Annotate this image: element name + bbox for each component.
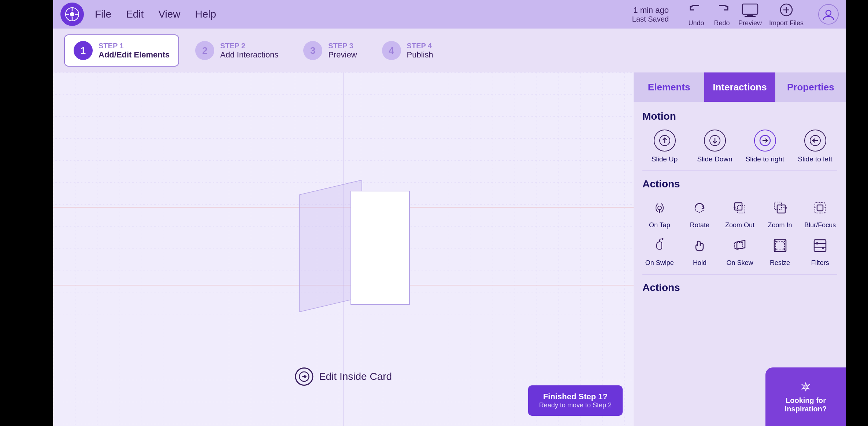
left-sidebar [0, 0, 53, 426]
step-1[interactable]: 1 STEP 1 Add/Edit Elements [64, 34, 179, 67]
finished-line1: Finished Step 1? [539, 392, 612, 401]
import-button[interactable]: Import Files [769, 2, 804, 27]
nav-help[interactable]: Help [195, 8, 216, 20]
step-2-text: STEP 2 Add Interactions [220, 42, 278, 60]
right-sidebar [846, 0, 868, 426]
zoom-in-icon [769, 197, 791, 218]
tap-icon [649, 197, 670, 218]
svg-rect-28 [735, 203, 742, 210]
finished-step-button[interactable]: Finished Step 1? Ready to move to Step 2 [528, 385, 623, 416]
edit-inside-card-button[interactable]: Edit Inside Card [295, 367, 392, 386]
step-4[interactable]: 4 STEP 4 Publish [373, 35, 442, 66]
save-time: 1 min ago [632, 5, 669, 15]
svg-point-51 [816, 242, 818, 244]
zoom-out-label: Zoom Out [725, 221, 754, 229]
step-4-name: Publish [407, 50, 433, 60]
action-on-tap[interactable]: On Tap [642, 197, 677, 229]
swipe-icon [649, 235, 670, 256]
canvas[interactable]: Edit Inside Card Finished Step 1? Ready … [53, 72, 634, 426]
skew-icon [729, 235, 750, 256]
panel-tabs: Elements Interactions Properties [634, 72, 846, 102]
hold-label: Hold [693, 259, 706, 267]
logo[interactable] [60, 3, 84, 26]
action-on-swipe[interactable]: On Swipe [642, 235, 677, 267]
inspiration-text: Looking for Inspiration? [765, 396, 846, 413]
zoom-in-label: Zoom In [768, 221, 792, 229]
step-1-name: Add/Edit Elements [99, 50, 170, 60]
user-avatar[interactable] [818, 4, 839, 25]
tab-properties[interactable]: Properties [775, 72, 846, 102]
motion-slide-up[interactable]: Slide Up [642, 130, 687, 163]
step-3-text: STEP 3 Preview [328, 42, 357, 60]
redo-label: Redo [714, 19, 730, 27]
toolbar-icons: Undo Redo [687, 2, 804, 27]
slide-left-label: Slide to left [798, 155, 832, 163]
step-4-circle: 4 [382, 41, 401, 60]
edit-inside-card-label: Edit Inside Card [319, 371, 392, 382]
slide-up-icon [654, 130, 676, 152]
slide-left-icon [804, 130, 826, 152]
blur-icon [809, 197, 831, 218]
action-on-skew[interactable]: On Skew [723, 235, 757, 267]
nav-file[interactable]: File [95, 8, 111, 20]
preview-button[interactable]: Preview [738, 2, 762, 27]
undo-icon [687, 2, 705, 18]
nav-view[interactable]: View [158, 8, 180, 20]
action-zoom-out[interactable]: Zoom Out [723, 197, 757, 229]
right-panel: Elements Interactions Properties Motion [634, 72, 846, 426]
bottom-actions: Actions [642, 282, 837, 294]
divider-1 [642, 171, 837, 171]
skew-label: On Skew [726, 259, 753, 267]
inspiration-widget[interactable]: Looking for Inspiration? [765, 367, 846, 426]
svg-rect-32 [774, 202, 782, 209]
slide-down-icon [704, 130, 726, 152]
motion-section-title: Motion [642, 111, 837, 122]
actions-grid: On Tap Rotate [642, 197, 837, 267]
step-3[interactable]: 3 STEP 3 Preview [294, 35, 366, 66]
motion-grid: Slide Up Slide Down [642, 130, 837, 163]
action-rotate[interactable]: Rotate [683, 197, 717, 229]
step-2[interactable]: 2 STEP 2 Add Interactions [186, 35, 287, 66]
svg-marker-41 [737, 240, 745, 249]
tab-elements[interactable]: Elements [634, 72, 704, 102]
svg-rect-34 [815, 203, 825, 213]
svg-rect-29 [738, 206, 745, 213]
step-1-circle: 1 [74, 41, 93, 60]
slide-down-label: Slide Down [697, 155, 732, 163]
import-label: Import Files [769, 19, 804, 27]
step-1-text: STEP 1 Add/Edit Elements [99, 42, 170, 60]
svg-point-52 [822, 247, 824, 249]
actions-section-title: Actions [642, 178, 837, 190]
step-4-text: STEP 4 Publish [407, 42, 433, 60]
step-3-name: Preview [328, 50, 357, 60]
action-zoom-in[interactable]: Zoom In [763, 197, 797, 229]
filters-icon [809, 235, 831, 256]
card-container[interactable] [289, 173, 398, 312]
action-resize[interactable]: Resize [763, 235, 797, 267]
content-area: Edit Inside Card Finished Step 1? Ready … [53, 72, 846, 426]
step-1-label: STEP 1 [99, 42, 170, 50]
motion-slide-left[interactable]: Slide to left [793, 130, 837, 163]
step-3-circle: 3 [303, 41, 322, 60]
svg-rect-35 [817, 205, 823, 211]
motion-slide-down[interactable]: Slide Down [693, 130, 737, 163]
step-2-label: STEP 2 [220, 42, 278, 50]
svg-rect-9 [745, 6, 756, 12]
bottom-actions-title: Actions [642, 282, 837, 294]
step-2-name: Add Interactions [220, 50, 278, 60]
action-filters[interactable]: Filters [803, 235, 837, 267]
inspiration-icon [799, 380, 812, 393]
main-area: File Edit View Help 1 min ago Last Saved… [53, 0, 846, 426]
action-hold[interactable]: Hold [683, 235, 717, 267]
action-blur-focus[interactable]: Blur/Focus [803, 197, 837, 229]
undo-button[interactable]: Undo [687, 2, 705, 27]
svg-point-1 [70, 12, 74, 16]
zoom-out-icon [729, 197, 750, 218]
blur-label: Blur/Focus [804, 221, 836, 229]
tab-interactions[interactable]: Interactions [704, 72, 775, 102]
motion-slide-right[interactable]: Slide to right [743, 130, 787, 163]
redo-button[interactable]: Redo [713, 2, 731, 27]
steps-bar: 1 STEP 1 Add/Edit Elements 2 STEP 2 Add … [53, 29, 846, 72]
nav-edit[interactable]: Edit [126, 8, 144, 20]
save-info: 1 min ago Last Saved [632, 5, 669, 23]
